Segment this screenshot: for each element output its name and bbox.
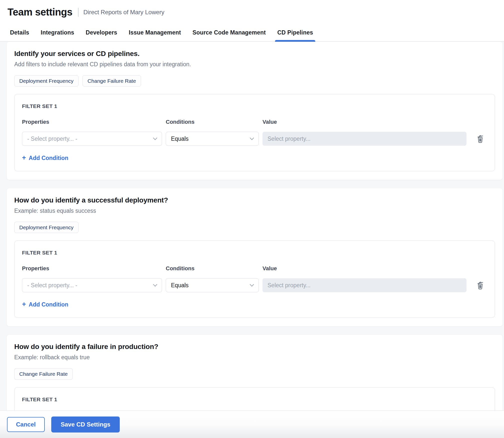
settings-tabbar: Details Integrations Developers Issue Ma… [0, 24, 504, 42]
value-label: Value [262, 119, 466, 125]
badge-deployment-frequency: Deployment Frequency [14, 222, 78, 233]
filter-condition-row: Properties - Select property... - Condit… [22, 265, 487, 292]
chevron-down-icon [153, 284, 157, 287]
trash-icon [476, 281, 484, 290]
metric-badges: Change Failure Rate [14, 368, 495, 380]
section-heading: Identify your services or CD pipelines. [14, 50, 495, 58]
filter-set-title: FILTER SET 1 [22, 103, 487, 109]
property-select-placeholder: - Select property... - [27, 136, 77, 142]
chevron-down-icon [153, 138, 157, 140]
condition-select[interactable]: Equals [166, 278, 259, 292]
add-condition-label: Add Condition [29, 155, 68, 162]
tab-integrations[interactable]: Integrations [41, 24, 74, 41]
chevron-down-icon [250, 284, 254, 287]
cancel-button[interactable]: Cancel [7, 417, 45, 432]
tab-issue-management[interactable]: Issue Management [129, 24, 181, 41]
value-label: Value [262, 265, 466, 272]
delete-filter-button[interactable] [473, 132, 487, 146]
section-subheading: Add filters to include relevant CD pipel… [14, 61, 495, 68]
property-select-placeholder: - Select property... - [27, 282, 77, 289]
tab-label: Source Code Management [192, 29, 266, 36]
section-subheading: Example: status equals success [14, 208, 495, 214]
page-subtitle: Direct Reports of Mary Lowery [84, 9, 164, 16]
properties-label: Properties [22, 119, 162, 125]
filter-condition-row: Properties - Select property... - Condit… [22, 119, 487, 146]
filter-set-card: FILTER SET 1 Properties - Select propert… [14, 240, 495, 318]
footer-action-bar: Cancel Save CD Settings [0, 410, 504, 438]
conditions-label: Conditions [166, 119, 259, 125]
section-heading: How do you identify a failure in product… [14, 343, 495, 351]
add-condition-button[interactable]: + Add Condition [22, 301, 68, 308]
tab-cd-pipelines[interactable]: CD Pipelines [277, 24, 313, 41]
filter-set-title: FILTER SET 1 [22, 250, 487, 256]
add-condition-label: Add Condition [29, 301, 68, 308]
delete-filter-button[interactable] [473, 278, 487, 292]
section-successful-deployment: How do you identify a successful deploym… [7, 188, 502, 326]
condition-select-value: Equals [171, 136, 188, 142]
plus-icon: + [22, 154, 26, 161]
section-heading: How do you identify a successful deploym… [14, 196, 495, 204]
trash-icon [476, 134, 484, 143]
team-settings-page: Team settings Direct Reports of Mary Low… [0, 0, 504, 438]
property-select[interactable]: - Select property... - [22, 278, 162, 292]
badge-change-failure-rate: Change Failure Rate [82, 75, 141, 86]
tab-label: Integrations [41, 29, 74, 36]
save-cd-settings-button[interactable]: Save CD Settings [51, 416, 120, 432]
tab-developers[interactable]: Developers [86, 24, 117, 41]
plus-icon: + [22, 301, 26, 308]
title-divider [78, 8, 78, 17]
tab-label: Developers [86, 29, 117, 36]
cd-pipelines-panel: Identify your services or CD pipelines. … [0, 42, 504, 438]
properties-label: Properties [22, 265, 162, 272]
conditions-label: Conditions [166, 265, 259, 272]
filter-set-title: FILTER SET 1 [22, 396, 487, 402]
active-tab-indicator [275, 40, 315, 42]
condition-select[interactable]: Equals [166, 132, 259, 146]
section-subheading: Example: rollback equals true [14, 354, 495, 361]
filter-set-card: FILTER SET 1 Properties - Select propert… [14, 94, 495, 171]
badge-deployment-frequency: Deployment Frequency [14, 75, 78, 86]
badge-change-failure-rate: Change Failure Rate [14, 368, 73, 380]
tab-label: Issue Management [129, 29, 181, 36]
metric-badges: Deployment Frequency [14, 222, 495, 233]
tab-details[interactable]: Details [10, 24, 29, 41]
add-condition-button[interactable]: + Add Condition [22, 155, 68, 162]
tab-source-code-management[interactable]: Source Code Management [192, 24, 266, 41]
chevron-down-icon [250, 138, 254, 140]
value-input[interactable] [262, 278, 466, 292]
property-select[interactable]: - Select property... - [22, 132, 162, 146]
page-header: Team settings Direct Reports of Mary Low… [0, 0, 504, 24]
section-identify-services: Identify your services or CD pipelines. … [7, 42, 502, 180]
condition-select-value: Equals [171, 282, 188, 289]
tab-label: Details [10, 29, 29, 36]
tab-label: CD Pipelines [277, 29, 313, 36]
metric-badges: Deployment Frequency Change Failure Rate [14, 75, 495, 86]
page-title: Team settings [8, 6, 72, 18]
value-input[interactable] [262, 132, 466, 146]
